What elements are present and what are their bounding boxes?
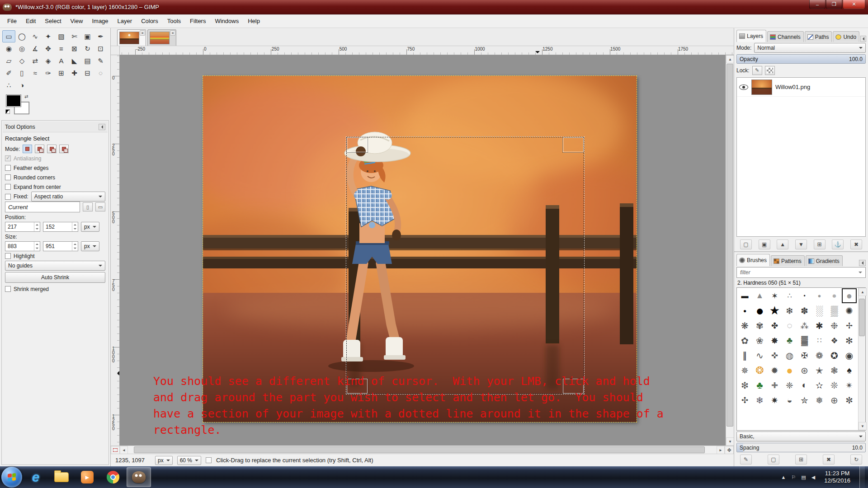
taskbar-file-explorer[interactable]: [49, 467, 74, 487]
brush-item-16[interactable]: ❋: [737, 318, 752, 333]
brush-item-21[interactable]: ✱: [812, 318, 827, 333]
tool-rectangle-select[interactable]: ▭: [2, 30, 15, 42]
visibility-eye-icon[interactable]: [739, 84, 748, 90]
brush-scrollbar[interactable]: ▲ ▼: [858, 288, 865, 430]
tool-crop[interactable]: ⊠: [68, 42, 81, 55]
brush-item-27[interactable]: ♣: [782, 333, 797, 348]
tool-ink[interactable]: ✑: [42, 67, 55, 79]
brush-item-4[interactable]: •: [797, 288, 812, 303]
new-layer-group-button[interactable]: ▣: [759, 239, 770, 249]
brush-item-7[interactable]: ●: [842, 288, 857, 303]
tool-color-picker[interactable]: ◉: [2, 42, 15, 55]
brush-item-32[interactable]: ∥: [737, 348, 752, 363]
layer-row-willow01[interactable]: Willow01.png: [737, 78, 865, 97]
scroll-down-icon[interactable]: ▼: [726, 437, 734, 446]
close-icon[interactable]: ✕: [170, 30, 175, 36]
tab-layers[interactable]: Layers: [736, 30, 766, 42]
brush-item-13[interactable]: ░: [812, 303, 827, 318]
selection-handle[interactable]: [563, 137, 584, 152]
highlight-checkbox[interactable]: [5, 253, 11, 259]
network-icon[interactable]: ▤: [801, 474, 806, 480]
brush-item-18[interactable]: ✤: [767, 318, 782, 333]
brush-item-8[interactable]: ●: [737, 303, 752, 318]
brush-item-50[interactable]: ✚: [767, 378, 782, 393]
mode-add-button[interactable]: [35, 145, 44, 153]
tool-flip[interactable]: ⇄: [28, 55, 42, 67]
menu-item-select[interactable]: Select: [40, 15, 66, 27]
brush-filter-input[interactable]: filter: [736, 267, 866, 278]
size-unit-dropdown[interactable]: px: [81, 241, 99, 251]
brush-item-2[interactable]: ✶: [767, 288, 782, 303]
tool-paths[interactable]: ✒: [94, 30, 107, 42]
brush-preset-dropdown[interactable]: Basic,: [736, 432, 866, 441]
panel-menu-button[interactable]: [99, 124, 105, 130]
brush-item-1[interactable]: ▲: [752, 288, 767, 303]
brush-item-17[interactable]: ✾: [752, 318, 767, 333]
brush-item-34[interactable]: ✜: [767, 348, 782, 363]
unit-dropdown[interactable]: px: [155, 456, 173, 465]
brush-item-58[interactable]: ✷: [767, 393, 782, 408]
spinner-icon[interactable]: [34, 242, 40, 251]
tool-cage-transform[interactable]: ◈: [42, 55, 55, 67]
brush-item-24[interactable]: ✿: [737, 333, 752, 348]
spinner-icon[interactable]: [72, 222, 78, 231]
tool-measure[interactable]: ∡: [28, 42, 42, 55]
refresh-brushes-button[interactable]: ↻: [850, 455, 862, 465]
brush-item-63[interactable]: ✼: [842, 393, 857, 408]
brush-item-55[interactable]: ✴: [842, 378, 857, 393]
brush-item-10[interactable]: ★: [767, 303, 782, 318]
brush-item-31[interactable]: ✻: [842, 333, 857, 348]
tool-dodge-burn[interactable]: ◑: [15, 79, 28, 91]
tool-align[interactable]: ≡: [55, 42, 68, 55]
taskbar-internet-explorer[interactable]: e: [24, 467, 48, 487]
panel-menu-button[interactable]: [860, 36, 866, 42]
menu-item-colors[interactable]: Colors: [137, 15, 163, 27]
navigation-button[interactable]: ✥: [725, 446, 734, 454]
tool-select-by-color[interactable]: ▧: [55, 30, 68, 42]
portrait-button[interactable]: ▯: [83, 202, 93, 211]
foreground-color-swatch[interactable]: [6, 95, 21, 107]
brush-item-0[interactable]: ▬: [737, 288, 752, 303]
brush-item-38[interactable]: ✪: [827, 348, 842, 363]
tool-perspective-clone[interactable]: ⊟: [81, 67, 94, 79]
duplicate-layer-button[interactable]: ⊞: [814, 239, 826, 249]
vertical-scrollbar[interactable]: ▲ ▼: [726, 55, 734, 446]
brush-item-61[interactable]: ❅: [812, 393, 827, 408]
taskbar-gimp[interactable]: [127, 467, 151, 487]
brush-item-19[interactable]: ◌: [782, 318, 797, 333]
brush-item-51[interactable]: ❈: [782, 378, 797, 393]
tool-scissors-select[interactable]: ✄: [68, 30, 81, 42]
brush-item-37[interactable]: ❁: [812, 348, 827, 363]
brush-item-3[interactable]: ∴: [782, 288, 797, 303]
new-layer-button[interactable]: ▢: [740, 239, 752, 249]
expand-from-center-checkbox[interactable]: [5, 184, 11, 190]
duplicate-brush-button[interactable]: ⊞: [795, 455, 807, 465]
raise-layer-button[interactable]: ▲: [777, 239, 788, 249]
delete-brush-button[interactable]: ✖: [823, 455, 835, 465]
brush-item-49[interactable]: ♣: [752, 378, 767, 393]
brush-item-33[interactable]: ∿: [752, 348, 767, 363]
tool-airbrush[interactable]: ≈: [28, 67, 42, 79]
show-desktop-button[interactable]: [859, 466, 865, 488]
scroll-up-icon[interactable]: ▲: [859, 288, 867, 296]
brush-item-30[interactable]: ❖: [827, 333, 842, 348]
brush-item-25[interactable]: ❀: [752, 333, 767, 348]
menu-item-layer[interactable]: Layer: [113, 15, 137, 27]
menu-item-image[interactable]: Image: [87, 15, 113, 27]
brush-item-48[interactable]: ❇: [737, 378, 752, 393]
tool-paintbrush[interactable]: ✐: [2, 67, 15, 79]
volume-icon[interactable]: ◀: [811, 474, 815, 480]
minimize-button[interactable]: –: [809, 0, 826, 9]
tab-paths[interactable]: Paths: [805, 31, 832, 42]
antialiasing-checkbox[interactable]: [5, 155, 11, 161]
position-y-field[interactable]: 152: [43, 222, 78, 232]
size-height-field[interactable]: 951: [43, 241, 78, 251]
tool-free-select[interactable]: ∿: [28, 30, 42, 42]
menu-item-file[interactable]: File: [3, 15, 21, 27]
brush-item-59[interactable]: ◒: [782, 393, 797, 408]
tab-gradients[interactable]: Gradients: [806, 255, 843, 266]
layer-mode-dropdown[interactable]: Normal: [754, 43, 866, 53]
brush-item-45[interactable]: ✭: [812, 363, 827, 378]
brush-item-28[interactable]: ▓: [797, 333, 812, 348]
tool-blur-sharpen[interactable]: ◌: [94, 67, 107, 79]
